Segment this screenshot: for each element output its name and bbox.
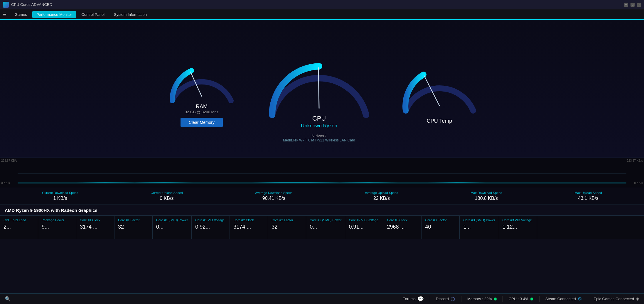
title-bar: CPU Cores ADVANCED ─ □ ✕ [0,0,644,9]
hamburger-icon[interactable]: ☰ [2,12,6,17]
divider-2 [461,296,461,302]
divider-3 [503,296,503,302]
title-bar-controls: ─ □ ✕ [624,3,641,7]
network-stats: Current Download Speed 1 KB/s Current Up… [0,187,644,205]
tab-games[interactable]: Games [11,11,31,18]
metric-core2-clock-value: 3174 ... [233,224,264,230]
chart-scale-bottom-right: 0 KB/s [634,181,643,185]
metric-core1-factor-name: Core #1 Factor [118,218,149,222]
stat-max-download: Max Download Speed 180.8 KB/s [471,191,502,201]
metric-core1-clock-name: Core #1 Clock [80,218,111,222]
clear-memory-button[interactable]: Clear Memory [181,118,223,127]
metric-core3-smu-power-name: Core #3 (SMU) Power [463,218,495,222]
steam-status: Steam Connected ⚙ [545,296,582,302]
stat-max-download-value: 180.8 KB/s [471,196,502,201]
ram-gauge-svg [163,51,240,109]
tab-performance-monitor[interactable]: Performance Monitor [32,11,76,18]
metric-core2-vid-voltage-value: 0.91... [349,224,380,230]
stat-avg-upload: Average Upload Speed 22 KB/s [365,191,398,201]
cpu-info-bar: AMD Ryzen 9 5900HX with Radeon Graphics [0,205,644,215]
metric-core2-vid-voltage: Core #2 VID Voltage 0.91... [345,216,383,239]
chart-scale-top-right: 223.87 KB/s [627,159,643,162]
ram-gauge: RAM 32 GB @ 3200 Mhz Clear Memory [163,51,240,127]
stat-avg-upload-label: Average Upload Speed [365,191,398,195]
metric-package-power: Package Power 9... [38,216,76,239]
memory-label: Memory : 22% [467,297,492,301]
metric-core1-vid-voltage: Core #1 VID Voltage 0.92... [192,216,230,239]
stat-current-upload-label: Current Upload Speed [151,191,183,195]
cpu-metrics-grid: CPU Total Load 2... Package Power 9... C… [0,215,644,239]
cpu-gauge: CPU Unknown Ryzen Network MediaTek Wi-Fi… [263,36,375,142]
metric-core3-factor: Core #3 Factor 40 [422,216,460,239]
metric-core1-vid-voltage-name: Core #1 VID Voltage [195,218,226,222]
stat-current-download-value: 1 KB/s [42,196,78,201]
cpu-temp-gauge: CPU Temp [398,53,481,124]
network-subtitle: MediaTek Wi-Fi 6 MT7921 Wireless LAN Car… [283,138,355,142]
steam-icon: ⚙ [578,296,582,302]
stat-max-download-label: Max Download Speed [471,191,502,195]
metric-core2-factor: Core #2 Factor 32 [268,216,306,239]
status-bar: 🔍 Forums 💬 Discord ⬡ Memory : 22% CPU : … [0,293,644,304]
chart-scale-top-left: 223.87 KB/s [1,159,17,162]
close-button[interactable]: ✕ [637,3,641,7]
divider-5 [588,296,588,302]
nav-bar: ☰ Games Performance Monitor Control Pane… [0,9,644,20]
maximize-button[interactable]: □ [630,3,635,7]
metric-core3-factor-name: Core #3 Factor [425,218,456,222]
divider-4 [539,296,540,302]
discord-icon: ⬡ [451,296,455,302]
metric-core2-factor-name: Core #2 Factor [272,218,302,222]
stat-avg-download-label: Average Download Speed [255,191,293,195]
cpu-status-dot [530,298,533,300]
stat-current-upload: Current Upload Speed 0 KB/s [151,191,183,201]
metric-core2-smu-power-name: Core #2 (SMU) Power [310,218,341,222]
network-chart-svg [18,163,626,184]
memory-status-dot [494,298,497,300]
discord-status[interactable]: Discord ⬡ [436,296,455,302]
stat-max-upload: Max Upload Speed 43.1 KB/s [574,191,602,201]
network-title: Network [283,134,355,138]
network-chart-section: 223.87 KB/s 0 KB/s 223.87 KB/s 0 KB/s [0,158,644,187]
network-info: Network MediaTek Wi-Fi 6 MT7921 Wireless… [283,134,355,142]
metric-core1-factor-value: 32 [118,224,149,230]
metric-core3-clock: Core #3 Clock 2968 ... [383,216,422,239]
forums-label: Forums [403,297,416,301]
cpu-status: CPU : 3.4% [509,297,533,301]
divider-1 [430,296,430,302]
forums-icon: 💬 [417,296,424,302]
metric-core3-vid-voltage-name: Core #3 VID Voltage [503,218,533,222]
ram-subtitle: 32 GB @ 3200 Mhz [185,110,218,114]
metric-cpu-total-load-value: 2... [4,224,34,230]
discord-label: Discord [436,297,449,301]
memory-status: Memory : 22% [467,297,497,301]
metric-core2-clock: Core #2 Clock 3174 ... [230,216,268,239]
metric-cpu-total-load-name: CPU Total Load [4,218,34,222]
cpu-gauge-svg [263,36,375,126]
title-bar-text: CPU Cores ADVANCED [11,2,624,7]
stat-max-upload-value: 43.1 KB/s [574,196,602,201]
tab-control-panel[interactable]: Control Panel [77,11,109,18]
metric-core3-smu-power: Core #3 (SMU) Power 1... [460,216,499,239]
metric-core2-smu-power: Core #2 (SMU) Power 0... [306,216,345,239]
metric-core3-factor-value: 40 [425,224,456,230]
stat-current-upload-value: 0 KB/s [151,196,183,201]
metric-core1-smu-power-value: 0... [156,224,188,230]
tab-system-information[interactable]: System Information [110,11,151,18]
metric-core1-clock: Core #1 Clock 3174 ... [76,216,114,239]
epic-games-status: Epic Games Connected ◈ [594,296,639,302]
metric-core3-vid-voltage-value: 1.12... [503,224,533,230]
metric-core2-smu-power-value: 0... [310,224,341,230]
forums-status[interactable]: Forums 💬 [403,296,424,302]
metric-core3-vid-voltage: Core #3 VID Voltage 1.12... [499,216,537,239]
stat-avg-download: Average Download Speed 90.41 KB/s [255,191,293,201]
metric-core2-clock-name: Core #2 Clock [233,218,264,222]
metric-core1-smu-power-name: Core #1 (SMU) Power [156,218,188,222]
metric-core1-smu-power: Core #1 (SMU) Power 0... [153,216,192,239]
stat-avg-download-value: 90.41 KB/s [255,196,293,201]
cpu-status-label: CPU : 3.4% [509,297,529,301]
search-icon[interactable]: 🔍 [5,296,11,302]
metric-core1-vid-voltage-value: 0.92... [195,224,226,230]
metric-cpu-total-load: CPU Total Load 2... [0,216,38,239]
minimize-button[interactable]: ─ [624,3,628,7]
metric-core3-clock-value: 2968 ... [387,224,418,230]
